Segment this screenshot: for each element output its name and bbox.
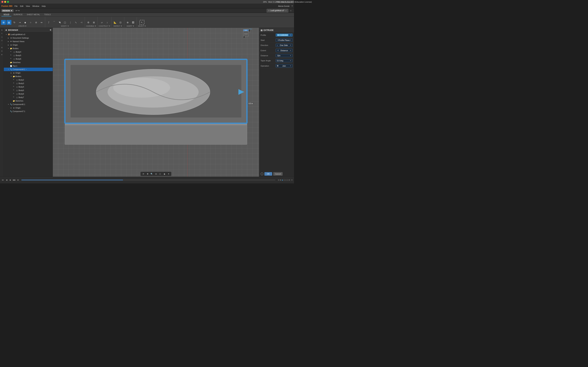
start-value[interactable]: ⊣ Profile Plane ▼ <box>276 38 293 42</box>
decal-icon[interactable]: 🖼 <box>131 20 136 25</box>
tab-solid[interactable]: SOLID <box>1 13 11 17</box>
chamfer-icon[interactable]: ◥ <box>57 20 62 25</box>
left-tool-6[interactable]: ⊞ <box>0 46 3 49</box>
tree-item-bodies-c4[interactable]: ▼ 📁 Bodies <box>4 75 53 78</box>
tab-surface[interactable]: SURFACE <box>11 13 25 17</box>
timeline-icon-4[interactable]: ◻ <box>284 179 285 181</box>
maximize-dot[interactable] <box>7 1 9 3</box>
left-tool-4[interactable]: ⊡ <box>0 39 3 42</box>
create-arrow[interactable]: ▼ <box>25 25 26 27</box>
draft-icon[interactable]: ⋮ <box>68 20 73 25</box>
direction-value[interactable]: ↕ One Side ▼ <box>276 44 293 47</box>
sweep-icon[interactable]: ⇝ <box>17 20 22 25</box>
minimize-dot[interactable] <box>4 1 6 3</box>
timeline-icon-6[interactable]: ◻ <box>287 179 288 181</box>
menu-window[interactable]: Window <box>32 5 39 7</box>
taper-value[interactable]: 0.0 deg ▼ <box>276 59 293 62</box>
tree-item-component7[interactable]: 🔧 Component7:1 <box>4 109 53 113</box>
timeline-icon-3[interactable]: ◆ <box>282 179 283 181</box>
tab-tools[interactable]: TOOLS <box>42 13 53 17</box>
expand-origin-top-arrow[interactable]: ▶ <box>7 44 9 46</box>
timeline-track[interactable] <box>21 180 276 180</box>
tree-item-named-views[interactable]: ▶ 👁 Named Views <box>4 40 53 43</box>
expand-sketches-c4-arrow[interactable] <box>10 100 12 102</box>
expand-root-arrow[interactable]: ▼ <box>5 33 7 35</box>
timeline-settings-icon[interactable]: ⚙ <box>291 179 293 181</box>
left-tool-3[interactable]: ◷ <box>0 35 3 39</box>
eye-body3-c4[interactable]: 👁 <box>13 82 15 84</box>
browser-options-icon[interactable]: ⚙ <box>50 29 51 31</box>
tree-item-origin-top[interactable]: ▶ ⊕ Origin <box>4 43 53 47</box>
info-icon[interactable]: i <box>260 173 263 175</box>
operation-dropdown-arrow[interactable]: ▼ <box>290 65 291 67</box>
tree-item-top1[interactable]: 📄 Top:1 <box>4 64 53 68</box>
close-dot[interactable] <box>1 1 3 3</box>
cancel-button[interactable]: Cancel <box>273 172 283 176</box>
tree-item-sketches-top[interactable]: 📁 Sketches <box>4 61 53 64</box>
menu-edit[interactable]: Edit <box>20 5 23 7</box>
pan-button[interactable]: ✥ <box>146 172 149 176</box>
menu-file[interactable]: File <box>15 5 18 7</box>
tree-item-body5-top[interactable]: 👁 ◻ Body5 <box>4 54 53 57</box>
view-cube-btn[interactable]: ⬡ <box>158 172 162 176</box>
profile-clear-icon[interactable]: ✕ <box>290 34 291 36</box>
thread-icon[interactable]: ⊘ <box>34 20 38 25</box>
menu-view[interactable]: View <box>26 5 30 7</box>
redo-button[interactable]: ↪ <box>18 9 20 12</box>
joint-icon[interactable]: ⚙ <box>86 20 91 25</box>
ok-button[interactable]: OK <box>264 172 272 176</box>
tree-item-doc-settings[interactable]: ▶ ⚙ Document Settings <box>4 36 53 40</box>
timeline-play-button[interactable]: ▶ <box>9 179 12 181</box>
extent-dropdown-arrow[interactable]: ▼ <box>290 50 291 51</box>
orbit-button[interactable]: ⟳ <box>142 172 145 176</box>
profile-value[interactable]: ☰ 1 selected ✕ <box>276 33 293 36</box>
direction-dropdown-arrow[interactable]: ▼ <box>290 44 291 46</box>
tree-item-body4-c4[interactable]: 👁 ◻ Body4 <box>4 85 53 89</box>
tree-item-component4[interactable]: ▼ 🔧 Component4:1 ● <box>4 68 53 71</box>
tree-item-body4-top[interactable]: 👁 ◻ Body4 <box>4 50 53 54</box>
revolve-icon[interactable]: ↻ <box>12 20 17 25</box>
fit-button[interactable]: ⊡ <box>154 172 158 176</box>
mirror-icon[interactable]: ⇔ <box>39 20 44 25</box>
new-component-icon[interactable]: ⊞ <box>1 20 6 25</box>
user-account[interactable]: Alecia Gorski <box>278 5 289 7</box>
timeline-icon-1[interactable]: ⊡ <box>278 179 279 181</box>
effects-btn[interactable]: ✦ <box>167 172 170 176</box>
timeline-icon-5[interactable]: ◻ <box>285 179 286 181</box>
insert-arrow[interactable]: ▼ <box>133 25 134 27</box>
expand-origin-c4-arrow[interactable]: ▶ <box>10 72 12 74</box>
eye-body7-c4[interactable]: 👁 <box>13 96 15 98</box>
left-tool-7[interactable]: ⊕ <box>0 50 3 53</box>
expand-top1-arrow[interactable] <box>7 65 9 67</box>
eye-body6-c4[interactable]: 👁 <box>13 93 15 95</box>
distance-value[interactable]: .5|in ▼ <box>276 54 293 57</box>
measure-icon[interactable]: 📐 <box>113 20 118 25</box>
extrude-icon[interactable]: ▤ <box>7 20 11 25</box>
help-icon[interactable]: ? <box>292 5 293 7</box>
nav-cube[interactable]: TOP FRONT Z <box>242 28 252 38</box>
timeline-icon-2[interactable]: ⊞ <box>280 179 281 181</box>
left-tool-2[interactable]: ✎ <box>0 32 3 35</box>
select-icon[interactable]: ↖ <box>139 20 144 25</box>
eye-body4-c4[interactable]: 👁 <box>13 86 15 88</box>
timeline-next-button[interactable]: ▶▶ <box>13 179 16 181</box>
tree-item-sketches-c4[interactable]: 📁 Sketches <box>4 99 53 103</box>
collapse-browser-button[interactable]: ◀ <box>5 29 7 31</box>
press-pull-icon[interactable]: ⤴ <box>46 20 51 25</box>
fillet-icon[interactable]: ⌒ <box>52 20 57 25</box>
tree-item-body7-c4[interactable]: 👁 ◻ Body7 <box>4 96 53 99</box>
hole-icon[interactable]: ○ <box>28 20 33 25</box>
modify-arrow[interactable]: ▼ <box>67 25 69 27</box>
section-analysis-icon[interactable]: ⊡ <box>118 20 123 25</box>
tree-item-origin-c6[interactable]: ▶ ⊕ Origin <box>4 106 53 109</box>
expand-component6-arrow[interactable]: ▼ <box>7 103 9 105</box>
tree-item-component6[interactable]: ▼ 🔧 Component6:1 <box>4 103 53 106</box>
split-icon[interactable]: ⊣ <box>79 20 84 25</box>
inspect-arrow[interactable]: ▼ <box>121 25 122 27</box>
viewport[interactable]: 0.5 in TOP FRONT Z ⟳ ✥ 🔍 ⊡ ⬡ ◑ <box>53 28 259 177</box>
expand-component4-arrow[interactable]: ▼ <box>7 68 9 70</box>
axis-icon[interactable]: ↕ <box>105 20 110 25</box>
left-tool-5[interactable]: ⋮ <box>0 42 3 46</box>
tab-close-button[interactable]: ✕ <box>285 10 287 12</box>
expand-bodies-c4-arrow[interactable]: ▼ <box>10 75 12 77</box>
